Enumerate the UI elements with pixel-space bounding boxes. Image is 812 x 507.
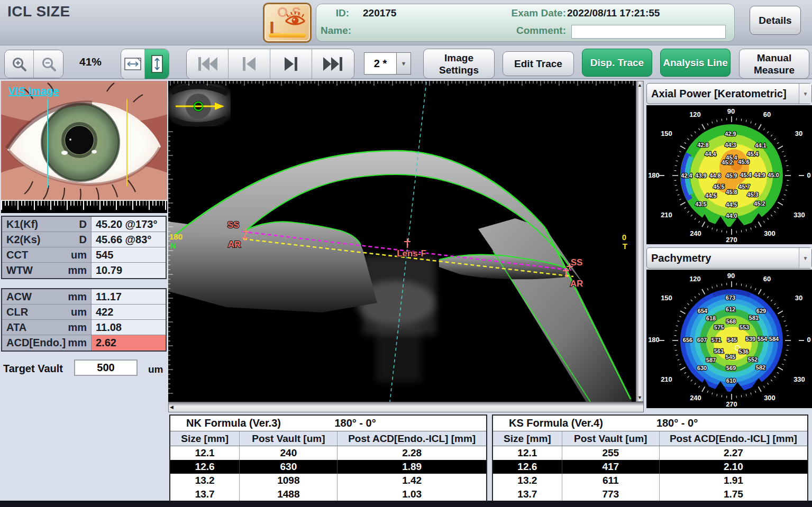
formula-row[interactable]: 13.210981.42 <box>170 474 486 487</box>
next-image-button[interactable] <box>270 49 312 79</box>
map-value-label: 43.9 <box>695 172 706 179</box>
fit-width-button[interactable] <box>121 49 145 79</box>
analysis-line-button[interactable]: Analysis Line <box>660 49 731 77</box>
map-tick <box>778 311 783 314</box>
map-tick <box>785 161 787 161</box>
map-tick <box>774 211 775 213</box>
comment-input[interactable] <box>571 25 726 39</box>
map-tick <box>722 284 722 286</box>
fit-button-group <box>121 49 169 79</box>
axial-map-selector[interactable]: Axial Power [Keratometric] ▼ <box>646 83 812 104</box>
chevron-down-icon[interactable]: ▼ <box>799 84 811 104</box>
laterality-underline <box>269 33 306 38</box>
map-tick <box>685 142 686 143</box>
measurement-row: CCTum545 <box>2 247 166 263</box>
nasal-tissue <box>168 222 377 312</box>
map-value-label: 571 <box>711 337 721 343</box>
map-tick <box>751 122 751 124</box>
laterality-indicator-button[interactable]: O.S L <box>263 3 312 43</box>
measurement-unit: um <box>71 249 87 261</box>
zoom-in-button[interactable] <box>5 50 34 78</box>
measurement-label: ACD[Endo.]mm <box>2 335 91 351</box>
map-tick <box>784 359 786 360</box>
chevron-down-icon[interactable]: ▼ <box>799 248 811 268</box>
vis-ruler <box>1 200 167 213</box>
map-tick <box>688 139 689 140</box>
formula-cell: 13.2 <box>170 474 240 487</box>
map-value-label: 44.5 <box>705 192 716 199</box>
fit-width-icon <box>124 56 142 72</box>
map-angle-label: 210 <box>661 211 672 219</box>
pachymetry-map-selector[interactable]: Pachymetry ▼ <box>646 247 812 269</box>
map-tick <box>786 165 788 166</box>
map-angle-label: 90 <box>727 107 735 115</box>
scroll-up-icon[interactable]: ▲ <box>636 81 643 89</box>
first-image-button[interactable] <box>187 49 229 79</box>
scroll-left-icon[interactable]: ◀ <box>169 403 175 411</box>
map-tick <box>695 383 696 384</box>
formula-row[interactable]: 12.12402.28 <box>170 446 486 460</box>
details-button[interactable]: Details <box>750 6 801 35</box>
vis-image-link[interactable]: VIS Image <box>8 85 59 97</box>
oct-horizontal-scrollbar[interactable]: ◀ <box>168 402 644 412</box>
formula-row[interactable]: 12.12552.27 <box>493 446 807 460</box>
formula-cell: 417 <box>562 460 660 474</box>
measurement-row: CLRum422 <box>2 305 166 320</box>
disp-trace-button[interactable]: Disp. Trace <box>582 49 652 77</box>
oct-vertical-scrollbar[interactable]: ▲ ▼ <box>636 81 644 402</box>
map-tick <box>685 372 686 373</box>
orientation-180-label: 180 <box>169 232 183 241</box>
formula-column-header: Size [mm] <box>170 431 240 446</box>
map-angle-label: 30 <box>795 130 802 137</box>
map-tick <box>698 293 699 295</box>
scroll-down-icon[interactable]: ▼ <box>636 394 643 401</box>
oct-bscan-viewport[interactable]: SS AR Lens-F SS AR 180 N 0 T <box>168 81 636 402</box>
formula-cell: 1488 <box>240 487 337 501</box>
map-tick <box>759 124 762 130</box>
map-tick <box>763 128 764 130</box>
map-tick <box>717 394 717 396</box>
formula-cell: 611 <box>562 474 660 487</box>
page-title: ICL SIZE <box>7 3 70 20</box>
map-tick <box>675 165 677 166</box>
last-image-button[interactable] <box>312 49 354 79</box>
map-tick <box>688 211 689 213</box>
map-angle-label: 0 <box>807 336 810 344</box>
map-value-label: 554 <box>758 336 768 342</box>
frame-select-dropdown-button[interactable]: ▼ <box>397 52 411 75</box>
prev-image-button[interactable] <box>229 49 270 79</box>
map-tick <box>777 372 779 373</box>
formula-row[interactable]: 13.77731.75 <box>493 487 807 501</box>
map-tick <box>691 215 692 216</box>
measurement-label: ACWmm <box>2 289 91 304</box>
formula-row[interactable]: 13.714881.03 <box>170 487 486 501</box>
map-angle-label: 150 <box>661 130 672 137</box>
map-tick <box>702 289 705 294</box>
map-tick <box>688 376 689 377</box>
keratometry-table: K1(Kf)D45.20 @173°K2(Ks)D45.66 @83°CCTum… <box>1 216 167 279</box>
map-value-label: 545 <box>727 337 737 343</box>
prev-image-icon <box>239 56 260 72</box>
fit-height-button[interactable] <box>145 49 169 79</box>
formula-cell: 1.42 <box>337 474 486 487</box>
map-tick <box>771 215 772 216</box>
zoom-out-button[interactable] <box>34 50 63 78</box>
edit-trace-button[interactable]: Edit Trace <box>503 51 574 76</box>
manual-measure-button[interactable]: Manual Measure <box>739 49 809 79</box>
map-value-label: 44.9 <box>754 172 765 178</box>
image-settings-button[interactable]: Image Settings <box>423 49 495 79</box>
map-value-label: 539 <box>746 336 755 342</box>
formula-row[interactable]: 13.26111.91 <box>493 474 807 487</box>
target-vault-input[interactable] <box>74 359 138 376</box>
name-label: Name: <box>321 25 349 36</box>
formula-row[interactable]: 12.66301.89 <box>170 460 486 474</box>
map-angle-label: 90 <box>727 272 735 280</box>
formula-cell: 2.10 <box>660 460 807 474</box>
measurement-name: CLR <box>6 306 28 318</box>
formula-column-header: Post ACD[Endo.-ICL] [mm] <box>337 431 486 446</box>
formula-row[interactable]: 12.64172.10 <box>493 460 807 474</box>
map-value-label: 536 <box>739 348 749 355</box>
measurement-label: CCTum <box>2 247 91 262</box>
measurement-label: K1(Kf)D <box>2 217 91 232</box>
frame-select-value[interactable]: 2 * <box>364 52 397 75</box>
